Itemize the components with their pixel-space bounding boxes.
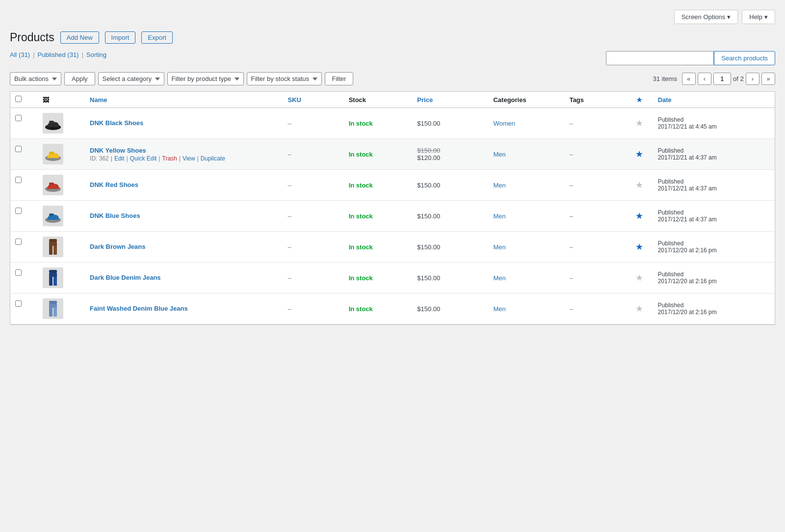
row-star-cell: ★ <box>626 108 653 139</box>
search-products-button[interactable]: Search products <box>714 51 775 65</box>
row-sku-cell: – <box>283 232 344 263</box>
row-stock-cell: In stock <box>344 201 413 232</box>
row-thumb-cell <box>38 232 85 263</box>
add-new-button[interactable]: Add New <box>60 31 99 44</box>
tags-value: – <box>570 243 573 251</box>
table-header-row: 🖼 Name SKU Stock <box>10 92 775 108</box>
row-action-trash[interactable]: Trash <box>162 155 177 162</box>
date-value: 2017/12/21 at 4:37 am <box>658 216 770 223</box>
row-thumb-cell <box>38 293 85 324</box>
page-title: Products <box>10 31 54 44</box>
product-name-link[interactable]: Dark Blue Denim Jeans <box>90 274 278 281</box>
category-link[interactable]: Men <box>493 274 505 282</box>
svg-rect-16 <box>49 301 57 304</box>
row-checkbox[interactable] <box>15 177 22 183</box>
row-stock-cell: In stock <box>344 139 413 170</box>
featured-star-icon[interactable]: ★ <box>630 211 648 221</box>
search-input[interactable] <box>606 51 714 65</box>
row-checkbox[interactable] <box>15 239 22 245</box>
row-name-cell: Dark Blue Denim Jeans <box>85 263 283 293</box>
product-name-link[interactable]: DNK Red Shoes <box>90 181 278 188</box>
category-link[interactable]: Men <box>493 305 505 313</box>
category-link[interactable]: Men <box>493 213 505 220</box>
product-name-link[interactable]: Faint Washed Denim Blue Jeans <box>90 305 278 312</box>
row-checkbox[interactable] <box>15 208 22 214</box>
row-action-duplicate[interactable]: Duplicate <box>201 155 225 162</box>
row-thumb-cell <box>38 108 85 139</box>
sku-sort-link[interactable]: SKU <box>288 96 301 104</box>
category-link[interactable]: Men <box>493 182 505 189</box>
table-row: Faint Washed Denim Blue Jeans – In stock… <box>10 293 775 324</box>
row-action-view[interactable]: View <box>183 155 195 162</box>
last-page-button[interactable]: » <box>761 73 775 85</box>
not-featured-star-icon[interactable]: ★ <box>630 118 648 129</box>
row-category-cell: Men <box>488 263 564 293</box>
row-checkbox[interactable] <box>15 146 22 152</box>
date-sort-link[interactable]: Date <box>658 96 672 104</box>
filter-bar: Bulk actions Apply Select a category Fil… <box>10 72 775 85</box>
svg-rect-5 <box>49 183 54 185</box>
row-date-cell: Published 2017/12/21 at 4:37 am <box>653 139 775 170</box>
products-table: 🖼 Name SKU Stock <box>10 92 775 324</box>
stock-status-select[interactable]: Filter by stock status <box>247 72 322 85</box>
all-link[interactable]: All (31) <box>10 51 30 58</box>
not-featured-star-icon[interactable]: ★ <box>630 272 648 283</box>
not-featured-star-icon[interactable]: ★ <box>630 303 648 314</box>
product-type-select[interactable]: Filter by product type <box>167 72 244 85</box>
row-date-cell: Published 2017/12/20 at 2:16 pm <box>653 293 775 324</box>
row-star-cell: ★ <box>626 139 653 170</box>
import-button[interactable]: Import <box>105 31 136 44</box>
sku-value: – <box>288 243 291 251</box>
svg-rect-3 <box>49 152 54 154</box>
first-page-button[interactable]: « <box>682 73 696 85</box>
product-thumbnail <box>43 206 63 226</box>
star-header-icon: ★ <box>636 96 642 104</box>
not-featured-star-icon[interactable]: ★ <box>630 180 648 190</box>
date-value: 2017/12/20 at 2:16 pm <box>658 309 770 316</box>
row-name-cell: DNK Yellow Shoes ID: 362 | Edit | Quick … <box>85 139 283 170</box>
product-name-link[interactable]: DNK Blue Shoes <box>90 212 278 219</box>
export-button[interactable]: Export <box>141 31 173 44</box>
product-name-link[interactable]: Dark Brown Jeans <box>90 243 278 250</box>
featured-star-icon[interactable]: ★ <box>630 241 648 252</box>
next-page-button[interactable]: › <box>746 73 759 85</box>
published-link[interactable]: Published (31) <box>38 51 79 58</box>
all-label: All <box>10 51 17 58</box>
row-checkbox-cell <box>10 293 38 324</box>
row-date-cell: Published 2017/12/21 at 4:37 am <box>653 170 775 201</box>
bulk-actions-select[interactable]: Bulk actions <box>10 72 61 85</box>
row-category-cell: Men <box>488 170 564 201</box>
prev-page-button[interactable]: ‹ <box>698 73 711 85</box>
product-name-link[interactable]: DNK Yellow Shoes <box>90 147 278 154</box>
stock-status: In stock <box>349 182 373 189</box>
row-checkbox[interactable] <box>15 300 22 307</box>
date-value: 2017/12/21 at 4:37 am <box>658 154 770 161</box>
product-name-link[interactable]: DNK Black Shoes <box>90 119 278 127</box>
category-select[interactable]: Select a category <box>98 72 164 85</box>
screen-options-button[interactable]: Screen Options ▾ <box>674 10 738 24</box>
filter-button[interactable]: Filter <box>325 72 354 85</box>
category-link[interactable]: Women <box>493 120 515 127</box>
row-checkbox-cell <box>10 263 38 293</box>
svg-rect-12 <box>49 270 57 273</box>
product-thumbnail <box>43 298 63 319</box>
select-all-checkbox[interactable] <box>15 96 22 102</box>
apply-button[interactable]: Apply <box>64 72 95 85</box>
row-checkbox[interactable] <box>15 269 22 276</box>
current-page-input[interactable] <box>713 73 731 85</box>
category-link[interactable]: Men <box>493 151 505 158</box>
row-checkbox[interactable] <box>15 115 22 121</box>
row-checkbox-cell <box>10 108 38 139</box>
row-action-edit[interactable]: Edit <box>114 155 125 162</box>
featured-star-icon[interactable]: ★ <box>630 149 648 160</box>
sorting-link[interactable]: Sorting <box>86 51 106 58</box>
price-sort-link[interactable]: Price <box>417 96 433 104</box>
row-action-quick-edit[interactable]: Quick Edit <box>130 155 157 162</box>
row-tags-cell: – <box>565 201 626 232</box>
row-sku-cell: – <box>283 170 344 201</box>
table-row: DNK Black Shoes – In stock $150.00 Women… <box>10 108 775 139</box>
category-link[interactable]: Men <box>493 243 505 251</box>
name-sort-link[interactable]: Name <box>90 96 107 104</box>
table-row: DNK Yellow Shoes ID: 362 | Edit | Quick … <box>10 139 775 170</box>
help-button[interactable]: Help ▾ <box>742 10 775 24</box>
